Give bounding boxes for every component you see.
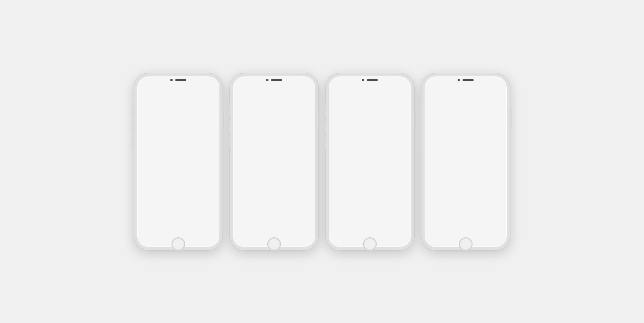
- screen1-text-area: INTRODUCING QUINTESSENTIALS: [137, 212, 219, 223]
- home-button-3[interactable]: [363, 237, 377, 251]
- user-info-1: Quintessentials 32w: [140, 83, 184, 93]
- user-row-3: Quintessentials 31w ✕: [332, 83, 408, 93]
- intro-label: INTRODUCING: [141, 212, 215, 216]
- screen2-background: TAP TO SEE HOW SOME OF OUR FRIENDS ARE W…: [233, 76, 315, 247]
- body-right: [189, 123, 219, 183]
- send-icon-2[interactable]: ➤: [308, 238, 312, 243]
- screen2-text: TAP TO SEE HOW SOME OF OUR FRIENDS ARE W…: [237, 109, 311, 132]
- home-button-2[interactable]: [267, 237, 281, 251]
- username-2: Quintessentials: [248, 86, 272, 89]
- progress-bar-2: [236, 80, 312, 80]
- time-4: 31w: [466, 86, 472, 89]
- avatar-1[interactable]: [140, 83, 150, 93]
- screen4-background: @ADRIENNEY WEARS HARRIS IN OAK BARREL: [425, 76, 507, 247]
- dots-1[interactable]: ···: [206, 238, 211, 242]
- home-button-4[interactable]: [459, 237, 473, 251]
- progress-bar-1: [140, 80, 216, 80]
- close-icon-4[interactable]: ✕: [500, 85, 504, 91]
- time-3: 31w: [371, 86, 376, 89]
- username-3: Quintessentials: [344, 86, 368, 89]
- phone-3-screen: @WESLEYTAYLOR WEARS HUNT LARGE IN JET BL…: [329, 76, 411, 247]
- story-2: TAP TO SEE HOW SOME OF OUR FRIENDS ARE W…: [233, 76, 315, 247]
- product-pill-4: @ADRIENNEY WEARS HARRIS IN OAK BARREL: [428, 201, 504, 214]
- close-icon-2[interactable]: ✕: [308, 85, 312, 91]
- tap-line1: TAP TO SEE HOW SOME OF OUR: [237, 109, 311, 113]
- phone-1-screen: INTRODUCING QUINTESSENTIALS Qu: [137, 76, 219, 247]
- avatar-4[interactable]: [428, 83, 438, 93]
- home-button-1[interactable]: [171, 237, 185, 251]
- avatar-2[interactable]: [236, 83, 246, 93]
- user-row-4: Quintessentials 31w ✕: [428, 83, 504, 93]
- user-info-2: Quintessentials 31w: [236, 83, 280, 93]
- story-4: @ADRIENNEY WEARS HARRIS IN OAK BARREL: [425, 76, 507, 247]
- user-row-1: Quintessentials 32w ✕: [140, 83, 216, 93]
- woman-right-figure: [177, 91, 219, 183]
- phone-2-screen: TAP TO SEE HOW SOME OF OUR FRIENDS ARE W…: [233, 76, 315, 247]
- progress-fill-2: [236, 80, 312, 80]
- product-tag-large-4: IN OAK BARREL: [431, 206, 500, 212]
- dots-4[interactable]: ···: [499, 239, 504, 243]
- dots-3[interactable]: ···: [403, 239, 408, 243]
- phone-1: INTRODUCING QUINTESSENTIALS Qu: [134, 73, 223, 250]
- progress-fill-4: [428, 80, 504, 80]
- sunglasses-right: [197, 108, 213, 111]
- send-icon-4[interactable]: ➤: [491, 239, 495, 244]
- tap-line2: FRIENDS ARE WEARING OUR: [237, 113, 311, 117]
- progress-bar-4: [428, 80, 504, 80]
- see-more-4[interactable]: ∧ See More: [428, 230, 504, 237]
- progress-fill-1: [140, 80, 216, 80]
- progress-bar-3: [332, 80, 408, 80]
- intro-brand: QUINTESSENTIALS: [141, 216, 215, 223]
- send-icon-1[interactable]: ➤: [213, 238, 216, 243]
- phone-4-screen: @ADRIENNEY WEARS HARRIS IN OAK BARREL: [425, 76, 507, 247]
- avatar-inner-3: [332, 83, 341, 92]
- hand-area-2: [245, 158, 311, 207]
- story-3-header: Quintessentials 31w ✕: [329, 76, 411, 94]
- body-left: [141, 119, 173, 183]
- see-more-3[interactable]: ∧ See More: [332, 230, 408, 237]
- avatar-inner-2: [237, 83, 246, 92]
- product-tag-small-3: @WESLEYTAYLOR WEARS HUNT: [335, 204, 405, 207]
- story-2-header: Quintessentials 31w ✕: [233, 76, 315, 94]
- glasses-visual-2: [253, 179, 289, 199]
- product-tag-large-3: LARGE IN JET BLACK: [335, 207, 405, 212]
- story-4-header: Quintessentials 31w ✕: [425, 76, 507, 94]
- person-body-3: [350, 91, 390, 179]
- progress-fill-3: [332, 80, 408, 80]
- avatar-inner-4: [428, 83, 437, 92]
- tap-brand: QUINTESSENTIALS: [237, 117, 311, 125]
- phones-container: INTRODUCING QUINTESSENTIALS Qu: [126, 65, 518, 258]
- phone-2: TAP TO SEE HOW SOME OF OUR FRIENDS ARE W…: [230, 73, 318, 250]
- tap-collection: COLLECTION!: [237, 125, 311, 132]
- avatar-inner-1: [141, 83, 150, 92]
- camera-icon-2[interactable]: ⊙: [236, 238, 240, 243]
- send-icon-3[interactable]: ➤: [396, 239, 399, 244]
- sunglasses-left: [149, 102, 166, 106]
- time-2: 31w: [275, 86, 280, 89]
- dots-2[interactable]: ···: [302, 238, 306, 242]
- phone-4: @ADRIENNEY WEARS HARRIS IN OAK BARREL: [421, 73, 510, 250]
- screen1-background: INTRODUCING QUINTESSENTIALS: [137, 76, 219, 247]
- chevron-up-4: ∧: [464, 230, 467, 234]
- user-info-4: Quintessentials 31w: [428, 83, 471, 93]
- username-1: Quintessentials: [153, 86, 177, 89]
- user-info-3: Quintessentials 31w: [332, 83, 376, 93]
- big-sunglasses-4: [433, 128, 507, 168]
- story-1: INTRODUCING QUINTESSENTIALS Qu: [137, 76, 219, 247]
- close-icon-1[interactable]: ✕: [212, 85, 216, 91]
- see-more-label-4: See More: [460, 235, 471, 237]
- photo-credit-2: (PHOTO BY @NISHATNCUYEN.): [233, 208, 315, 211]
- phone-3: @WESLEYTAYLOR WEARS HUNT LARGE IN JET BL…: [326, 73, 414, 250]
- story-3: @WESLEYTAYLOR WEARS HUNT LARGE IN JET BL…: [329, 76, 411, 247]
- time-1: 32w: [179, 86, 184, 89]
- screen3-background: @WESLEYTAYLOR WEARS HUNT LARGE IN JET BL…: [329, 76, 411, 247]
- story-1-header: Quintessentials 32w ✕: [137, 76, 219, 94]
- camera-icon-1[interactable]: ⊙: [140, 238, 144, 243]
- see-more-label-3: See More: [365, 235, 375, 237]
- user-row-2: Quintessentials 31w ✕: [236, 83, 312, 93]
- chevron-up-3: ∧: [369, 230, 371, 234]
- username-4: Quintessentials: [440, 86, 464, 89]
- close-icon-3[interactable]: ✕: [404, 85, 408, 91]
- product-pill-3: @WESLEYTAYLOR WEARS HUNT LARGE IN JET BL…: [332, 202, 408, 214]
- avatar-3[interactable]: [332, 83, 342, 93]
